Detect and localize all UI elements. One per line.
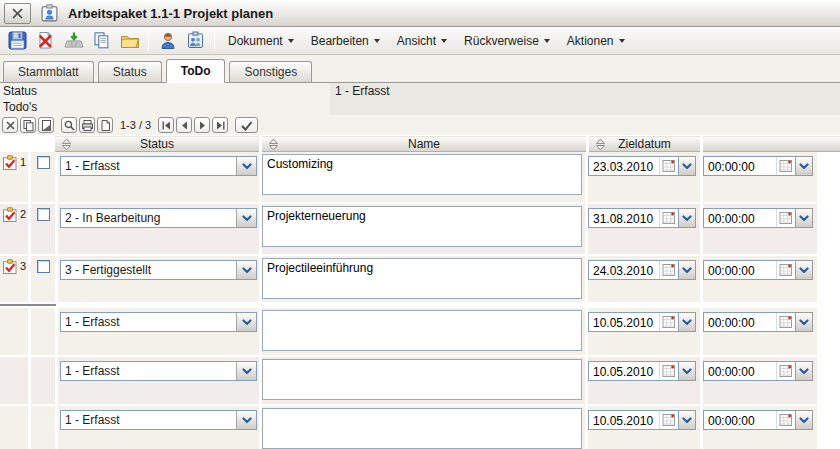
menu-dokument[interactable]: Dokument (221, 31, 301, 51)
status-dropdown[interactable]: 3 - Fertiggestellt (60, 260, 257, 280)
name-textarea[interactable] (262, 408, 582, 449)
menu-bearbeiten[interactable]: Bearbeiten (304, 31, 387, 51)
date-input[interactable] (589, 362, 659, 380)
calendar-button[interactable] (776, 313, 795, 331)
time-input[interactable] (704, 313, 776, 331)
calendar-button[interactable] (776, 261, 795, 279)
calendar-button[interactable] (776, 157, 795, 175)
calendar-button[interactable] (659, 209, 678, 227)
new-entry-button[interactable] (97, 117, 113, 133)
copy-document-button[interactable] (89, 29, 114, 53)
dropdown-button[interactable] (236, 313, 256, 331)
tab-status[interactable]: Status (98, 61, 162, 82)
status-dropdown[interactable]: 1 - Erfasst (60, 156, 257, 176)
time-input[interactable] (704, 411, 776, 429)
chevron-down-icon (242, 417, 252, 424)
date-dropdown-button[interactable] (679, 312, 696, 332)
user-button[interactable] (155, 29, 180, 53)
row-checkbox[interactable] (37, 260, 50, 273)
search-button[interactable] (61, 117, 77, 133)
prev-page-button[interactable] (176, 117, 192, 133)
time-input[interactable] (704, 261, 776, 279)
column-header-zieldatum[interactable]: Zieldatum (589, 136, 700, 152)
status-dropdown[interactable]: 1 - Erfasst (60, 410, 257, 430)
status-dropdown[interactable]: 1 - Erfasst (60, 361, 257, 381)
column-header-label: Status (140, 137, 174, 151)
row-checkbox[interactable] (37, 208, 50, 221)
folder-button[interactable] (117, 29, 142, 53)
date-input[interactable] (589, 313, 659, 331)
menu-rueckverweise[interactable]: Rückverweise (457, 31, 557, 51)
column-header-name[interactable]: Name (262, 136, 586, 152)
date-input[interactable] (589, 411, 659, 429)
user-icon (159, 31, 177, 50)
time-input[interactable] (704, 157, 776, 175)
print-button[interactable] (79, 117, 95, 133)
date-dropdown-button[interactable] (679, 260, 696, 280)
calendar-button[interactable] (659, 261, 678, 279)
date-dropdown-button[interactable] (679, 208, 696, 228)
status-field-label: Status (0, 83, 330, 99)
close-button[interactable] (4, 3, 31, 24)
dropdown-button[interactable] (236, 209, 256, 227)
dropdown-button[interactable] (236, 261, 256, 279)
team-badge-icon (186, 31, 205, 50)
time-dropdown-button[interactable] (796, 312, 813, 332)
name-textarea[interactable]: Customizing (262, 154, 582, 195)
time-dropdown-button[interactable] (796, 361, 813, 381)
copy-row-button[interactable] (20, 117, 36, 133)
chevron-down-icon (799, 368, 809, 375)
time-dropdown-button[interactable] (796, 156, 813, 176)
column-header-status[interactable]: Status (55, 136, 259, 152)
calendar-button[interactable] (776, 362, 795, 380)
team-button[interactable] (183, 29, 208, 53)
date-dropdown-button[interactable] (679, 156, 696, 176)
name-textarea[interactable] (262, 310, 582, 351)
date-dropdown-button[interactable] (679, 410, 696, 430)
dropdown-button[interactable] (236, 411, 256, 429)
name-textarea[interactable]: Projectileeinführung (262, 258, 582, 299)
column-header-label: Zieldatum (618, 137, 671, 151)
tab-stammblatt[interactable]: Stammblatt (3, 61, 94, 82)
paste-row-button[interactable] (38, 117, 54, 133)
name-textarea[interactable] (262, 359, 582, 400)
menu-ansicht[interactable]: Ansicht (390, 31, 454, 51)
last-page-button[interactable] (212, 117, 228, 133)
status-dropdown[interactable]: 2 - In Bearbeitung (60, 208, 257, 228)
tab-sonstiges[interactable]: Sonstiges (229, 61, 312, 82)
date-input[interactable] (589, 157, 659, 175)
time-dropdown-button[interactable] (796, 260, 813, 280)
next-page-button[interactable] (194, 117, 210, 133)
menu-aktionen[interactable]: Aktionen (560, 31, 632, 51)
checkin-button[interactable] (61, 29, 86, 53)
status-dropdown[interactable]: 1 - Erfasst (60, 312, 257, 332)
dropdown-button[interactable] (236, 362, 256, 380)
first-page-button[interactable] (158, 117, 174, 133)
dropdown-button[interactable] (236, 157, 256, 175)
calendar-button[interactable] (659, 411, 678, 429)
save-button[interactable] (5, 29, 30, 53)
tab-todo[interactable]: ToDo (166, 59, 226, 83)
name-textarea[interactable]: Projekterneuerung (262, 206, 582, 247)
time-dropdown-button[interactable] (796, 208, 813, 228)
date-input[interactable] (589, 261, 659, 279)
delete-document-button[interactable] (33, 29, 58, 53)
date-picker (588, 312, 700, 332)
sort-icon[interactable] (595, 138, 606, 151)
calendar-button[interactable] (659, 157, 678, 175)
delete-row-button[interactable] (2, 117, 18, 133)
date-input[interactable] (589, 209, 659, 227)
calendar-button[interactable] (659, 313, 678, 331)
check-icon (239, 119, 254, 132)
calendar-button[interactable] (776, 209, 795, 227)
calendar-button[interactable] (659, 362, 678, 380)
time-input[interactable] (704, 209, 776, 227)
sort-icon[interactable] (61, 138, 72, 151)
calendar-button[interactable] (776, 411, 795, 429)
confirm-button[interactable] (235, 117, 258, 133)
time-dropdown-button[interactable] (796, 410, 813, 430)
date-dropdown-button[interactable] (679, 361, 696, 381)
sort-icon[interactable] (268, 138, 279, 151)
row-checkbox[interactable] (37, 156, 50, 169)
time-input[interactable] (704, 362, 776, 380)
